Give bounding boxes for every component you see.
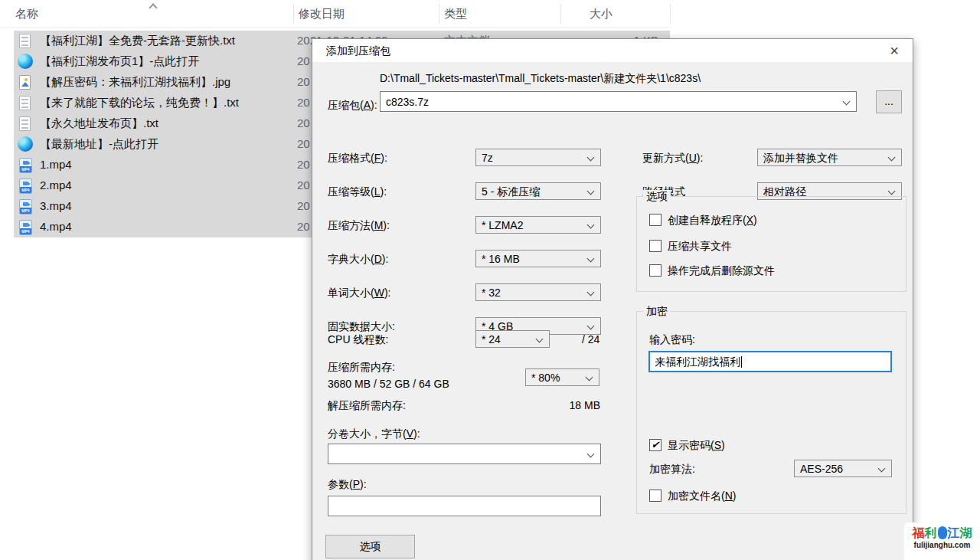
screen: 名称 修改日期 类型 大小 【福利江湖】全免费-无套路-更新快.txt 2021… (0, 0, 980, 560)
column-header-type[interactable]: 类型 (444, 7, 467, 21)
text-file-icon (19, 34, 31, 48)
watermark-domain: fulijianghu.com (904, 541, 980, 549)
archive-name-value: c823s.7z (386, 96, 429, 108)
encryption-group-title: 加密 (643, 305, 671, 319)
text-caret (741, 356, 742, 368)
file-date: 20 (297, 137, 310, 150)
file-date: 20 (297, 54, 310, 67)
column-divider[interactable] (670, 4, 671, 24)
column-header-name[interactable]: 名称 (15, 7, 38, 21)
parameters-input[interactable] (328, 496, 601, 516)
method-label: 压缩方法(M): (328, 219, 390, 233)
close-icon[interactable]: × (884, 41, 905, 61)
chevron-down-icon[interactable] (888, 154, 896, 162)
chevron-down-icon[interactable] (587, 323, 595, 330)
chevron-down-icon[interactable] (878, 465, 886, 473)
parameters-label: 参数(P): (328, 478, 367, 492)
column-divider[interactable] (293, 4, 294, 24)
chevron-down-icon[interactable] (843, 98, 851, 106)
dictionary-label: 字典大小(D): (328, 253, 388, 267)
add-to-archive-dialog: 添加到压缩包 × 压缩包(A): D:\Tmall_Tickets-master… (312, 38, 913, 560)
chevron-down-icon[interactable] (587, 450, 595, 458)
checkbox[interactable] (649, 214, 662, 226)
cpu-threads-label: CPU 线程数: (328, 333, 388, 347)
file-name: 【解压密码：来福利江湖找福利】.jpg (40, 75, 230, 90)
checkbox-checked[interactable]: ✔ (649, 439, 662, 451)
mp4-file-icon: MP4 (19, 220, 32, 235)
dialog-titlebar[interactable]: 添加到压缩包 × (312, 39, 913, 62)
word-size-combobox[interactable]: * 32 (475, 283, 601, 301)
dictionary-combobox[interactable]: * 16 MB (475, 250, 601, 267)
chevron-down-icon[interactable] (587, 188, 595, 195)
mp4-file-icon: MP4 (19, 199, 32, 215)
file-name: 【来了就能下载的论坛，纯免费！】.txt (40, 96, 239, 110)
chevron-down-icon[interactable] (586, 374, 593, 382)
archive-directory-path: D:\Tmall_Tickets-master\Tmall_Tickets-ma… (380, 72, 701, 86)
file-date: 20 (297, 178, 310, 192)
site-watermark: 福利江湖 fulijianghu.com (904, 522, 980, 560)
file-date: 20 (297, 220, 310, 233)
password-input[interactable]: 来福利江湖找福利 (648, 351, 892, 372)
password-value: 来福利江湖找福利 (655, 355, 740, 368)
file-date: 20 (297, 158, 310, 171)
chevron-down-icon[interactable] (587, 255, 595, 263)
archive-name-combobox[interactable]: c823s.7z (380, 91, 857, 112)
chevron-down-icon[interactable] (888, 188, 896, 195)
chevron-down-icon[interactable] (587, 221, 595, 229)
file-name: 【福利江湖】全免费-无套路-更新快.txt (40, 34, 235, 48)
file-date: 20 (297, 199, 310, 212)
volume-size-label: 分卷大小，字节(V): (328, 427, 420, 441)
memory-percent-combobox[interactable]: * 80% (525, 368, 599, 386)
volume-size-combobox[interactable] (328, 444, 601, 464)
level-combobox[interactable]: 5 - 标准压缩 (475, 182, 601, 200)
archive-label: 压缩包(A): (328, 99, 377, 113)
update-mode-label: 更新方式(U): (642, 152, 703, 165)
encryption-method-label: 加密算法: (649, 463, 695, 476)
file-name: 1.mp4 (40, 158, 72, 171)
update-mode-combobox[interactable]: 添加并替换文件 (757, 149, 902, 166)
watermark-logo: 福利江湖 (904, 526, 980, 541)
word-size-label: 单词大小(W): (328, 287, 390, 300)
column-header-size[interactable]: 大小 (590, 7, 612, 21)
mp4-file-icon: MP4 (19, 178, 32, 194)
dialog-title: 添加到压缩包 (326, 44, 390, 58)
dialog-body: 压缩包(A): D:\Tmall_Tickets-master\Tmall_Ti… (312, 62, 913, 560)
level-label: 压缩等级(L): (328, 185, 387, 199)
column-header-date[interactable]: 修改日期 (299, 7, 345, 21)
format-combobox[interactable]: 7z (475, 149, 601, 166)
mouse-icon (938, 526, 947, 539)
column-divider[interactable] (439, 4, 439, 24)
file-name: 4.mp4 (40, 220, 72, 233)
chevron-down-icon[interactable] (587, 289, 595, 296)
file-name: 【永久地址发布页】.txt (40, 116, 158, 131)
mp4-file-icon: MP4 (19, 158, 32, 173)
edge-browser-icon (18, 136, 33, 152)
solid-size-label: 固实数据大小: (328, 320, 395, 334)
column-divider[interactable] (560, 4, 561, 24)
chevron-down-icon[interactable] (587, 154, 595, 162)
checkbox[interactable] (649, 264, 662, 277)
file-date: 20 (297, 96, 310, 109)
file-date: 20 (297, 116, 310, 129)
text-file-icon (19, 116, 31, 131)
text-file-icon (19, 96, 31, 110)
memory-detail: 3680 MB / 52 GB / 64 GB (328, 378, 449, 390)
file-date: 20 (297, 75, 310, 88)
method-combobox[interactable]: * LZMA2 (475, 216, 601, 234)
file-name: 【福利江湖发布页1】-点此打开 (40, 54, 199, 69)
file-name: 2.mp4 (40, 178, 72, 192)
cpu-threads-combobox[interactable]: * 24 (475, 330, 550, 348)
browse-button[interactable]: ... (876, 90, 902, 113)
encryption-method-combobox[interactable]: AES-256 (794, 460, 892, 477)
check-icon: ✔ (652, 439, 660, 450)
chevron-down-icon[interactable] (536, 336, 544, 343)
header-divider (0, 27, 670, 28)
options-groupbox: 选项 创建自释放程序(X) 压缩共享文件 操作完成后删除源文件 (636, 196, 906, 292)
options-group-title: 选项 (643, 190, 671, 204)
checkbox[interactable] (649, 490, 662, 502)
encryption-groupbox: 加密 输入密码: 来福利江湖找福利 ✔ 显示密码(S) 加密算法: AES-25… (636, 311, 906, 514)
extract-memory-value: 18 MB (328, 399, 600, 411)
options-button[interactable]: 选项 (325, 535, 415, 558)
cpu-threads-max: / 24 (582, 333, 599, 345)
checkbox[interactable] (649, 240, 662, 252)
